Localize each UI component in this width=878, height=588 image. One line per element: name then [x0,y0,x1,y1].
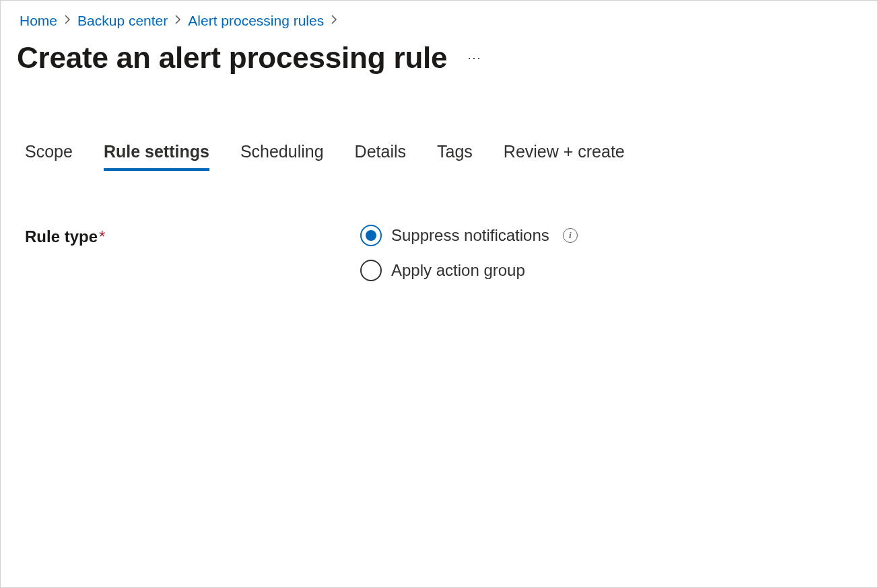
radio-label: Suppress notifications [391,226,549,245]
tab-scope[interactable]: Scope [25,142,73,171]
radio-apply-action-group[interactable]: Apply action group [360,260,578,281]
more-actions-icon[interactable]: ··· [467,52,481,64]
radio-icon [360,225,382,246]
breadcrumb-home[interactable]: Home [20,13,57,29]
chevron-right-icon [174,15,181,27]
info-icon[interactable]: i [563,228,578,243]
tab-scheduling[interactable]: Scheduling [240,142,324,171]
tab-review-create[interactable]: Review + create [504,142,625,171]
form-area: Rule type* Suppress notifications i Appl… [1,171,877,281]
tab-rule-settings[interactable]: Rule settings [104,142,209,171]
breadcrumb-backup-center[interactable]: Backup center [77,13,168,29]
breadcrumb-alert-processing-rules[interactable]: Alert processing rules [188,13,324,29]
rule-type-radio-group: Suppress notifications i Apply action gr… [360,225,578,281]
title-row: Create an alert processing rule ··· [1,34,877,88]
breadcrumb: Home Backup center Alert processing rule… [1,1,877,34]
tab-details[interactable]: Details [355,142,406,171]
rule-type-label: Rule type* [25,227,105,246]
chevron-right-icon [331,15,337,27]
required-asterisk-icon: * [99,227,105,246]
rule-type-label-text: Rule type [25,227,98,246]
chevron-right-icon [64,15,71,27]
radio-icon [360,260,382,281]
radio-suppress-notifications[interactable]: Suppress notifications i [360,225,578,246]
page-title: Create an alert processing rule [17,41,447,75]
form-label-column: Rule type* [25,225,360,246]
tab-tags[interactable]: Tags [437,142,473,171]
tab-bar: Scope Rule settings Scheduling Details T… [1,88,877,171]
radio-label: Apply action group [391,261,525,280]
